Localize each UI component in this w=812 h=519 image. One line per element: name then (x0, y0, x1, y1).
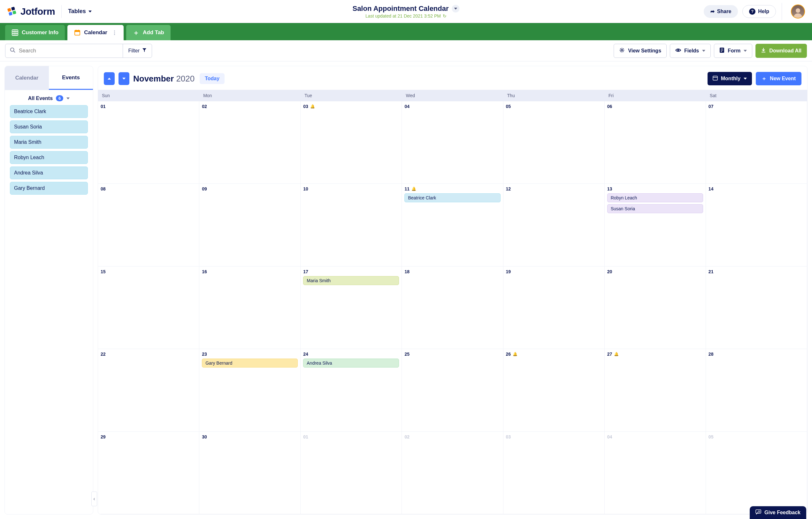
title-dropdown[interactable] (452, 5, 460, 12)
day-cell[interactable]: 03🔔 (300, 101, 402, 184)
day-cell[interactable]: 21 (706, 267, 807, 349)
day-number: 16 (202, 269, 298, 274)
event-name-item[interactable]: Susan Soria (10, 120, 88, 133)
new-event-label: New Event (770, 76, 796, 81)
day-cell[interactable]: 08 (98, 184, 199, 266)
day-cell[interactable]: 28 (706, 349, 807, 432)
day-cell[interactable]: 05 (503, 101, 605, 184)
tab-more-icon[interactable]: ⋮ (112, 29, 117, 36)
bell-icon: 🔔 (411, 187, 416, 191)
day-cell[interactable]: 23Gary Bernard (199, 349, 300, 432)
day-cell[interactable]: 29 (98, 432, 199, 514)
eye-icon (675, 48, 681, 54)
day-cell[interactable]: 07 (706, 101, 807, 184)
add-tab-button[interactable]: ＋ Add Tab (126, 25, 171, 40)
fields-button[interactable]: Fields (670, 44, 711, 58)
give-feedback-button[interactable]: Give Feedback (750, 506, 806, 519)
day-cell[interactable]: 09 (199, 184, 300, 266)
event-chip[interactable]: Susan Soria (607, 204, 703, 213)
day-cell[interactable]: 25 (402, 349, 503, 432)
chevron-down-icon (122, 78, 125, 80)
day-cell[interactable]: 18 (402, 267, 503, 349)
search-container: Filter (5, 44, 152, 58)
day-number: 11🔔 (404, 186, 500, 191)
share-button[interactable]: ➦ Share (704, 5, 738, 18)
event-chip[interactable]: Maria Smith (303, 276, 399, 285)
event-chip[interactable]: Andrea Silva (303, 359, 399, 367)
day-cell[interactable]: 17Maria Smith (300, 267, 402, 349)
event-chip[interactable]: Gary Bernard (202, 359, 298, 367)
day-cell[interactable]: 27🔔 (605, 349, 706, 432)
day-cell[interactable]: 01 (98, 101, 199, 184)
event-name-item[interactable]: Andrea Silva (10, 166, 88, 179)
day-cell[interactable]: 04 (605, 432, 706, 514)
day-cell[interactable]: 16 (199, 267, 300, 349)
calendar-grid: 010203🔔0405060708091011🔔Beatrice Clark12… (98, 101, 807, 514)
feedback-icon (755, 510, 761, 516)
event-name-item[interactable]: Gary Bernard (10, 182, 88, 195)
day-cell[interactable]: 11🔔Beatrice Clark (402, 184, 503, 266)
filter-label: Filter (128, 48, 140, 54)
tab-calendar[interactable]: Calendar ⋮ (67, 25, 124, 40)
day-cell[interactable]: 01 (300, 432, 402, 514)
sheet-tabs: Customer Info Calendar ⋮ ＋ Add Tab (0, 23, 812, 40)
chevron-down-icon (744, 78, 747, 80)
view-settings-button[interactable]: View Settings (614, 44, 667, 58)
day-cell[interactable]: 24Andrea Silva (300, 349, 402, 432)
download-all-button[interactable]: Download All (755, 44, 807, 58)
day-cell[interactable]: 02 (402, 432, 503, 514)
day-number: 28 (708, 352, 804, 357)
day-number: 23 (202, 352, 298, 357)
form-button[interactable]: Form (714, 44, 752, 58)
today-button[interactable]: Today (200, 73, 225, 84)
day-cell[interactable]: 15 (98, 267, 199, 349)
chevron-down-icon (744, 50, 747, 52)
next-month-button[interactable] (118, 72, 129, 85)
day-number: 04 (404, 104, 500, 109)
day-cell[interactable]: 05 (706, 432, 807, 514)
chevron-down-icon (66, 98, 70, 100)
prev-month-button[interactable] (104, 72, 115, 85)
event-chip[interactable]: Beatrice Clark (404, 193, 500, 202)
search-input[interactable] (19, 48, 118, 54)
calendar-panel: November 2020 Today Monthly ＋ New Event (98, 66, 808, 515)
day-number: 12 (506, 186, 602, 191)
all-events-header[interactable]: All Events 6 (5, 90, 93, 105)
day-number: 05 (708, 434, 804, 439)
day-number: 25 (404, 352, 500, 357)
logo[interactable]: Jotform (7, 6, 55, 17)
filter-button[interactable]: Filter (123, 44, 152, 57)
help-icon: ? (749, 8, 755, 15)
toolbar-right: View Settings Fields Form Dow (614, 44, 807, 58)
tab-customer-info[interactable]: Customer Info (5, 25, 65, 40)
view-mode-dropdown[interactable]: Monthly (707, 72, 752, 85)
svg-rect-1 (11, 6, 15, 10)
event-chip[interactable]: Robyn Leach (607, 193, 703, 202)
day-cell[interactable]: 14 (706, 184, 807, 266)
help-button[interactable]: ? Help (742, 5, 776, 18)
dow-cell: Wed (402, 90, 503, 101)
day-cell[interactable]: 10 (300, 184, 402, 266)
day-cell[interactable]: 30 (199, 432, 300, 514)
refresh-icon[interactable]: ↻ (443, 13, 446, 19)
sidebar-tab-calendar[interactable]: Calendar (5, 66, 49, 90)
event-name-item[interactable]: Robyn Leach (10, 151, 88, 164)
event-name-item[interactable]: Beatrice Clark (10, 105, 88, 118)
day-cell[interactable]: 13Robyn LeachSusan Soria (605, 184, 706, 266)
day-cell[interactable]: 19 (503, 267, 605, 349)
day-cell[interactable]: 04 (402, 101, 503, 184)
event-name-item[interactable]: Maria Smith (10, 136, 88, 148)
day-number: 21 (708, 269, 804, 274)
day-cell[interactable]: 26🔔 (503, 349, 605, 432)
day-cell[interactable]: 02 (199, 101, 300, 184)
day-cell[interactable]: 20 (605, 267, 706, 349)
new-event-button[interactable]: ＋ New Event (756, 72, 802, 85)
day-cell[interactable]: 22 (98, 349, 199, 432)
day-cell[interactable]: 06 (605, 101, 706, 184)
day-cell[interactable]: 03 (503, 432, 605, 514)
day-cell[interactable]: 12 (503, 184, 605, 266)
sidebar-tab-events[interactable]: Events (49, 66, 93, 90)
avatar[interactable] (791, 4, 805, 19)
sidebar-collapse-button[interactable]: ‹ (91, 492, 97, 506)
tables-dropdown[interactable]: Tables (68, 8, 92, 15)
